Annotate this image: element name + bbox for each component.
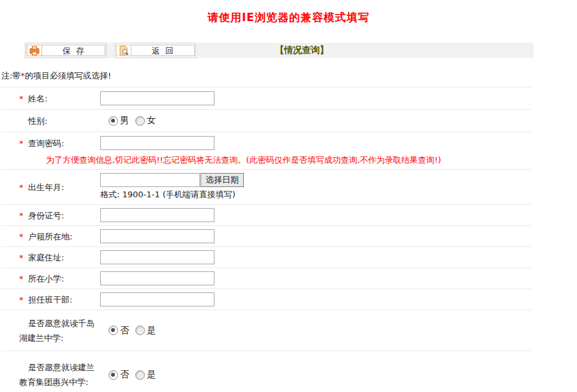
huixing-radio-no[interactable] (109, 370, 118, 380)
form-table: *姓名: 性别: 男 女 *查询密码: 为了方便查询信息,切记此密码!!忘记密码… (1, 87, 532, 392)
gender-radio-male-label: 男 (120, 115, 129, 126)
field-label: *出生年月: (1, 180, 100, 195)
required-star: * (19, 250, 28, 265)
save-icon (27, 45, 42, 56)
class-cadre-input[interactable] (100, 292, 214, 306)
field-label: *担任班干部: (1, 292, 100, 307)
huixing-radio-yes-label: 是 (147, 369, 156, 381)
row-huixing-school: 是否愿意就读建兰教育集团惠兴中学: 否 是 (1, 351, 532, 392)
page-title: 请使用IE浏览器的兼容模式填写 (0, 10, 577, 24)
field-label-text: 查询密码: (28, 139, 64, 148)
field-label: 性别: (1, 114, 100, 128)
name-input[interactable] (100, 91, 214, 105)
status-query-link[interactable]: 【情况查询】 (275, 45, 329, 56)
save-button-label: 保 存 (42, 45, 105, 56)
required-star: * (19, 229, 28, 244)
field-label: *查询密码: (1, 136, 100, 151)
gender-radio-female-label: 女 (147, 115, 156, 126)
password-warning-note: 为了方便查询信息,切记此密码!!忘记密码将无法查询。(此密码仅作是否填写成功查询… (1, 154, 532, 169)
huixing-radio-no-label: 否 (120, 369, 129, 381)
field-label: *所在小学: (1, 271, 100, 286)
field-label-text: 所在小学: (28, 274, 64, 283)
id-number-input[interactable] (100, 208, 214, 222)
huixing-radio-group: 否 是 (109, 369, 162, 381)
qiandaohu-radio-yes[interactable] (135, 326, 145, 335)
field-label-text: 是否愿意就读千岛湖建兰中学: (19, 319, 94, 343)
field-label-text: 家庭住址: (28, 253, 64, 262)
field-label-text: 是否愿意就读建兰教育集团惠兴中学: (19, 363, 94, 387)
field-label-text: 担任班干部: (28, 295, 72, 305)
primary-school-input[interactable] (100, 271, 214, 285)
gender-radio-group: 男 女 (109, 115, 162, 126)
field-label: *姓名: (1, 91, 100, 106)
required-star: * (19, 292, 28, 307)
birthdate-input[interactable] (100, 173, 200, 187)
query-password-input[interactable] (100, 136, 214, 150)
field-label: *户籍所在地: (1, 229, 100, 244)
field-label-text: 身份证号: (28, 211, 64, 220)
row-primary-school: *所在小学: (1, 268, 532, 289)
field-label-text: 性别: (28, 116, 47, 126)
field-label-text: 户籍所在地: (28, 232, 72, 241)
qiandaohu-radio-group: 否 是 (109, 325, 162, 336)
return-icon (116, 45, 131, 56)
home-address-input[interactable] (100, 250, 214, 264)
row-qiandaohu-school: 是否愿意就读千岛湖建兰中学: 否 是 (1, 310, 532, 351)
qiandaohu-radio-no-label: 否 (120, 325, 129, 336)
toolbar: 保 存 返 回 【情况查询】 (24, 43, 534, 58)
save-button[interactable]: 保 存 (26, 43, 107, 58)
field-label: 是否愿意就读千岛湖建兰中学: (1, 316, 100, 345)
gender-radio-female[interactable] (135, 116, 145, 126)
required-star: * (19, 208, 28, 223)
required-star: * (19, 180, 28, 195)
field-label: 是否愿意就读建兰教育集团惠兴中学: (1, 360, 100, 389)
required-star: * (19, 271, 28, 286)
row-class-cadre: *担任班干部: (1, 289, 532, 310)
gender-radio-male[interactable] (109, 116, 118, 126)
birthdate-format-hint: 格式: 1900-1-1 (手机端请直接填写) (100, 189, 244, 200)
field-label: *家庭住址: (1, 250, 100, 265)
row-name: *姓名: (1, 87, 532, 110)
required-star: * (19, 136, 28, 151)
row-birthdate: *出生年月: 选择日期 格式: 1900-1-1 (手机端请直接填写) (1, 170, 532, 205)
required-star: * (19, 91, 28, 106)
qiandaohu-radio-yes-label: 是 (147, 325, 156, 336)
return-button-label: 返 回 (131, 45, 195, 56)
row-gender: 性别: 男 女 (1, 110, 532, 132)
field-label-text: 姓名: (28, 94, 47, 103)
row-password: *查询密码: 为了方便查询信息,切记此密码!!忘记密码将无法查询。(此密码仅作是… (1, 132, 532, 170)
required-note: 注:带*的项目必须填写或选择! (1, 70, 577, 87)
choose-date-button[interactable]: 选择日期 (200, 173, 244, 187)
row-id-number: *身份证号: (1, 205, 532, 226)
row-address: *家庭住址: (1, 247, 532, 268)
return-button[interactable]: 返 回 (115, 43, 196, 58)
qiandaohu-radio-no[interactable] (109, 326, 118, 335)
huixing-radio-yes[interactable] (135, 370, 145, 380)
field-label-text: 出生年月: (28, 183, 64, 192)
required-note-prefix: 注:带 (1, 71, 20, 80)
field-label: *身份证号: (1, 208, 100, 223)
residence-input[interactable] (100, 229, 214, 243)
row-residence: *户籍所在地: (1, 226, 532, 247)
required-note-suffix: 的项目必须填写或选择! (25, 71, 111, 80)
